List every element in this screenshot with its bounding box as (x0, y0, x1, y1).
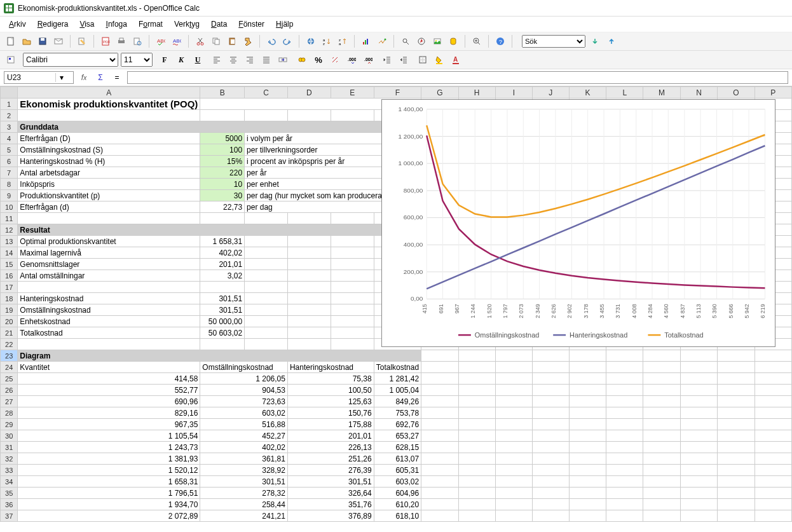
cell[interactable] (245, 259, 288, 270)
cell[interactable] (458, 419, 495, 430)
cell[interactable] (532, 476, 569, 488)
cell[interactable] (287, 110, 331, 121)
cell[interactable] (643, 499, 680, 510)
cell[interactable]: 50 000,00 (200, 316, 245, 327)
row-header[interactable]: 37 (1, 510, 18, 522)
row-header[interactable]: 33 (1, 465, 18, 476)
cell[interactable] (606, 373, 643, 385)
cell[interactable] (495, 407, 532, 419)
cell[interactable] (495, 465, 532, 476)
cell[interactable] (495, 453, 532, 465)
cell[interactable]: 610,20 (374, 499, 421, 510)
cell[interactable] (245, 110, 288, 121)
row-header[interactable]: 15 (1, 259, 18, 270)
standard-format-icon[interactable] (328, 53, 342, 67)
cell[interactable]: Antal omställningar (18, 270, 200, 282)
bgcolor-icon[interactable] (432, 53, 446, 67)
cell[interactable] (606, 510, 643, 522)
cell[interactable]: Diagram (18, 350, 421, 362)
pdf-icon[interactable]: PDF (99, 34, 113, 48)
row-header[interactable]: 4 (1, 133, 18, 144)
cell[interactable] (643, 362, 680, 373)
cell[interactable] (458, 350, 495, 362)
cell[interactable] (458, 510, 495, 522)
cell[interactable] (569, 362, 606, 373)
cell[interactable] (287, 259, 331, 270)
cell[interactable]: 301,51 (200, 304, 245, 316)
cell[interactable]: 1 206,05 (200, 373, 288, 385)
cell[interactable]: 516,88 (200, 419, 288, 430)
cell[interactable] (680, 499, 717, 510)
row-header[interactable]: 8 (1, 179, 18, 190)
cell[interactable]: 1 281,42 (374, 373, 421, 385)
cell[interactable]: 175,88 (287, 419, 374, 430)
cell[interactable]: Efterfrågan (d) (18, 201, 200, 213)
cell[interactable]: 605,31 (374, 465, 421, 476)
cell[interactable]: 1 658,31 (200, 236, 245, 247)
col-header[interactable]: P (754, 87, 791, 99)
cell[interactable] (680, 510, 717, 522)
cell[interactable] (421, 488, 458, 499)
cell[interactable]: Hanteringskostnad (18, 293, 200, 304)
column-header-row[interactable]: A B C D E F G H I J K L M N O P (1, 87, 792, 99)
cell[interactable] (532, 396, 569, 407)
col-header[interactable]: I (495, 87, 532, 99)
cell[interactable] (287, 282, 331, 293)
print-preview-icon[interactable] (130, 34, 144, 48)
cell[interactable]: Totalkostnad (374, 362, 421, 373)
cell[interactable] (200, 213, 245, 224)
underline-icon[interactable]: U (191, 53, 205, 67)
cell[interactable]: 241,21 (200, 510, 288, 522)
cell[interactable]: 1 520,12 (18, 465, 200, 476)
col-header[interactable]: B (200, 87, 245, 99)
cell[interactable]: 100 (200, 144, 245, 156)
cell[interactable]: Produktionskvantitet (p) (18, 190, 200, 201)
cell[interactable] (18, 110, 200, 121)
cell[interactable] (718, 350, 754, 362)
cell[interactable]: Maximal lagernivå (18, 247, 200, 259)
cell[interactable] (287, 293, 331, 304)
cell[interactable]: 301,51 (200, 293, 245, 304)
cell[interactable]: Ekonomisk produktionskvantitet (POQ) (18, 99, 200, 110)
search-down-icon[interactable] (588, 34, 602, 48)
spellcheck-icon[interactable]: ABC (154, 34, 168, 48)
cell[interactable] (606, 476, 643, 488)
cell[interactable] (245, 339, 288, 350)
datasources-icon[interactable] (446, 34, 460, 48)
cell[interactable] (495, 362, 532, 373)
cell[interactable] (532, 465, 569, 476)
cell[interactable]: 1 243,73 (18, 442, 200, 453)
cell[interactable] (606, 465, 643, 476)
cell[interactable] (569, 476, 606, 488)
cell[interactable]: 15% (200, 156, 245, 167)
menu-redigera[interactable]: Redigera (32, 18, 74, 31)
cell[interactable] (200, 339, 245, 350)
chart[interactable]: 0,00200,00400,00600,00800,001 000,001 20… (381, 99, 775, 347)
undo-icon[interactable] (264, 34, 278, 48)
row-header[interactable]: 25 (1, 373, 18, 385)
cell[interactable]: 361,81 (200, 453, 288, 465)
align-right-icon[interactable] (243, 53, 257, 67)
cell[interactable] (421, 350, 458, 362)
cell[interactable] (458, 465, 495, 476)
cell[interactable] (680, 407, 717, 419)
cell[interactable]: 30 (200, 190, 245, 201)
cell[interactable] (643, 453, 680, 465)
menu-arkiv[interactable]: Arkiv (4, 18, 31, 31)
search-up-icon[interactable] (604, 34, 618, 48)
cell[interactable]: 690,96 (18, 396, 200, 407)
cell[interactable] (287, 327, 331, 339)
cell[interactable] (569, 442, 606, 453)
menu-hjalp[interactable]: Hjälp (271, 18, 298, 31)
cell[interactable] (532, 510, 569, 522)
cell[interactable]: Omställningskostnad (200, 362, 288, 373)
cell[interactable]: 351,76 (287, 499, 374, 510)
cell[interactable] (569, 510, 606, 522)
edit-doc-icon[interactable] (75, 34, 89, 48)
cell[interactable] (680, 419, 717, 430)
cell[interactable]: 301,51 (200, 476, 288, 488)
cell[interactable] (532, 362, 569, 373)
cell[interactable]: 618,10 (374, 510, 421, 522)
cell[interactable] (458, 476, 495, 488)
cell[interactable]: 125,63 (287, 396, 374, 407)
